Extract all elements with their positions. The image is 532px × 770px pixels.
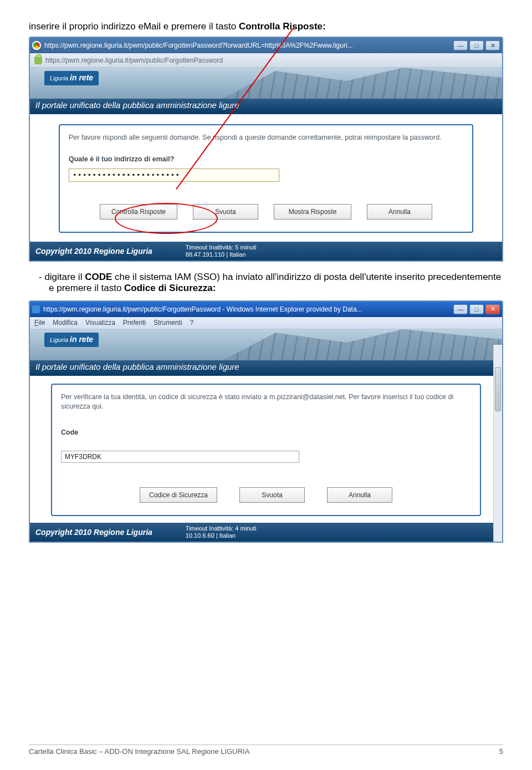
portal-tagline-1: Il portale unificato della pubblica ammi… xyxy=(30,99,502,112)
figure-1-wrapper: https://pwm.regione.liguria.it/pwm/publi… xyxy=(29,37,503,262)
button-row-1: Controlla Risposte Svuota Mostra Rispost… xyxy=(69,204,463,220)
menu-bar: FFileile Modifica Visualizza Preferiti S… xyxy=(30,317,502,329)
logo-big-1: in rete xyxy=(70,73,93,82)
mostra-risposte-button[interactable]: Mostra Risposte xyxy=(274,204,351,220)
menu-view[interactable]: Visualizza xyxy=(85,319,115,327)
address-bar-1[interactable]: https://pwm.regione.liguria.it/pwm/publi… xyxy=(30,53,502,68)
panel-intro-1: Per favore rispondi alle seguenti domand… xyxy=(69,133,463,143)
window-titlebar-2: https://pwm.regione.liguria.it/pwm/publi… xyxy=(30,302,502,317)
instruction-line-1: inserire il proprio indirizzo eMail e pr… xyxy=(29,21,503,32)
form-panel-2: Per verificare la tua identità, un codic… xyxy=(51,384,481,516)
menu-help[interactable]: ? xyxy=(190,319,194,327)
footer-meta-2: Timeout Inattività: 4 minuti 10.10.6.60 … xyxy=(186,525,257,539)
instruction-1-prefix: inserire il proprio indirizzo eMail e pr… xyxy=(29,21,239,32)
logo-big-2: in rete xyxy=(70,335,93,344)
panel-intro-2: Per verificare la tua identità, un codic… xyxy=(61,392,471,412)
svuota-button-1[interactable]: Svuota xyxy=(193,204,258,220)
window-title-url-1: https://pwm.regione.liguria.it/pwm/publi… xyxy=(44,42,450,49)
lock-icon xyxy=(34,57,42,64)
maximize-button[interactable]: □ xyxy=(469,40,484,50)
browser-window-1: https://pwm.regione.liguria.it/pwm/publi… xyxy=(29,37,503,262)
instruction-2-prefix: - digitare il xyxy=(39,272,85,282)
portal-banner-1: Liguria in rete Il portale unificato del… xyxy=(30,68,502,114)
doc-footer-left: Cartella Clinica Basic – ADD-ON Integraz… xyxy=(29,747,249,756)
footer-timeout-2: Timeout Inattività: 4 minuti xyxy=(186,525,257,532)
annulla-button-2[interactable]: Annulla xyxy=(327,487,392,503)
window-titlebar-1: https://pwm.regione.liguria.it/pwm/publi… xyxy=(30,38,502,53)
close-button-2[interactable]: ✕ xyxy=(485,304,500,314)
controlla-risposte-button[interactable]: Controlla Risposte xyxy=(100,204,177,220)
portal-tagline-2: Il portale unificato della pubblica ammi… xyxy=(30,360,502,374)
instruction-2-bold-code: CODE xyxy=(85,272,112,282)
logo-small-2: Liguria xyxy=(50,336,68,343)
instruction-line-2: - digitare il CODE che il sistema IAM (S… xyxy=(29,272,503,294)
security-code-input[interactable] xyxy=(61,451,299,463)
footer-meta-1: Timeout Inattività: 5 minuti 88.47.191.1… xyxy=(186,244,257,258)
menu-edit[interactable]: Modifica xyxy=(53,319,78,327)
portal-footer-1: Copyright 2010 Regione Liguria Timeout I… xyxy=(30,242,502,261)
vertical-scrollbar[interactable] xyxy=(493,345,502,542)
footer-timeout-1: Timeout Inattività: 5 minuti xyxy=(186,244,257,251)
menu-tools[interactable]: Strumenti xyxy=(154,319,182,327)
codice-di-sicurezza-button[interactable]: Codice di Sicurezza xyxy=(140,487,217,503)
instruction-1-bold: Controlla Risposte: xyxy=(239,21,326,32)
minimize-button[interactable]: — xyxy=(453,40,468,50)
doc-footer-page-number: 5 xyxy=(499,747,503,756)
content-area-2: Per verificare la tua identità, un codic… xyxy=(30,376,502,523)
window-controls-1: — □ ✕ xyxy=(453,40,500,50)
menu-file[interactable]: FFileile xyxy=(34,319,45,327)
chrome-icon xyxy=(32,41,41,50)
address-url-1: https://pwm.regione.liguria.it/pwm/publi… xyxy=(45,57,223,64)
instruction-2-bold-codice: Codice di Sicurezza: xyxy=(124,283,216,293)
annulla-button-1[interactable]: Annulla xyxy=(367,204,432,220)
window-title-2: https://pwm.regione.liguria.it/pwm/publi… xyxy=(43,305,450,313)
instruction-2-mid: che il sistema IAM (SSO) ha inviato all'… xyxy=(49,272,501,293)
form-panel-1: Per favore rispondi alle seguenti domand… xyxy=(59,124,473,233)
portal-banner-2: Liguria in rete Il portale unificato del… xyxy=(30,329,502,376)
footer-ip-1: 88.47.191.110 | Italian xyxy=(186,251,246,258)
svuota-button-2[interactable]: Svuota xyxy=(239,487,305,503)
menu-favorites[interactable]: Preferiti xyxy=(123,319,146,327)
email-answer-input[interactable] xyxy=(69,169,279,182)
footer-copyright-1: Copyright 2010 Regione Liguria xyxy=(35,247,152,256)
content-area-1: Per favore rispondi alle seguenti domand… xyxy=(30,114,502,242)
window-controls-2: — □ ✕ xyxy=(453,304,500,314)
footer-ip-2: 10.10.6.60 | Italian xyxy=(186,532,236,539)
portal-logo-1: Liguria in rete xyxy=(44,71,99,85)
maximize-button-2[interactable]: □ xyxy=(469,304,484,314)
portal-footer-2: Copyright 2010 Regione Liguria Timeout I… xyxy=(30,523,502,542)
banner-graphic xyxy=(219,68,502,101)
scrollbar-thumb[interactable] xyxy=(495,367,501,411)
ie-icon xyxy=(32,305,40,313)
browser-window-2: https://pwm.regione.liguria.it/pwm/publi… xyxy=(29,300,503,543)
code-label: Code xyxy=(61,429,471,436)
banner-graphic-2 xyxy=(219,329,502,363)
logo-small-1: Liguria xyxy=(50,75,68,81)
document-footer: Cartella Clinica Basic – ADD-ON Integraz… xyxy=(29,744,503,756)
portal-logo-2: Liguria in rete xyxy=(44,333,99,347)
security-question-label: Quale è il tuo indirizzo di email? xyxy=(69,155,463,163)
footer-copyright-2: Copyright 2010 Regione Liguria xyxy=(35,528,152,537)
button-row-2: Codice di Sicurezza Svuota Annulla xyxy=(61,487,471,503)
close-button[interactable]: ✕ xyxy=(485,40,500,50)
minimize-button-2[interactable]: — xyxy=(453,304,468,314)
